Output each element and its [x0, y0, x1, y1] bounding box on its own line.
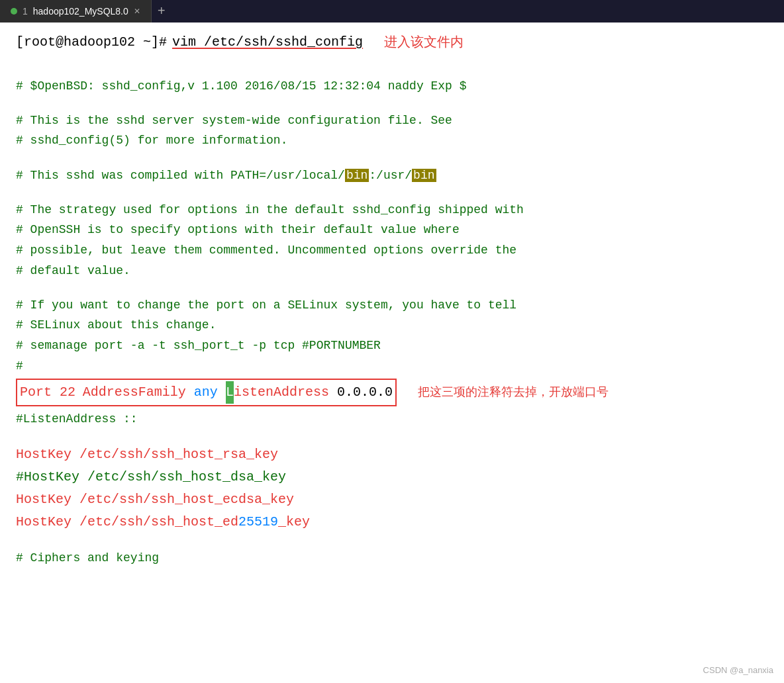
new-tab-button[interactable]: +	[152, 0, 172, 23]
bin2-highlight: bin	[412, 169, 436, 182]
addr-family-val: any	[186, 385, 218, 400]
bin1-highlight: bin	[345, 169, 369, 182]
cmd-prompt: [root@hadoop102 ~]#	[16, 34, 167, 50]
tab-title: hadoop102_MySQL8.0	[33, 6, 128, 17]
blank-line-6	[16, 430, 768, 444]
terminal-content: [root@hadoop102 ~]# vim /etc/ssh/sshd_co…	[0, 23, 784, 683]
tab-number: 1	[23, 6, 28, 17]
comment-possible: # possible, but leave them commented. Un…	[16, 240, 768, 261]
blank-line-4	[16, 185, 768, 200]
listen-cursor: L	[226, 381, 234, 404]
comment-if-you-want: # If you want to change the port on a SE…	[16, 295, 768, 316]
cmd-annotation: 进入该文件内	[384, 33, 464, 51]
code-block: # $OpenBSD: sshd_config,v 1.100 2016/08/…	[16, 62, 768, 568]
tab-close-icon[interactable]: ✕	[134, 7, 140, 16]
red-box-annotation: 把这三项的注释符去掉，开放端口号	[418, 383, 609, 403]
blank-line-7	[16, 533, 768, 548]
blank-line-1	[16, 62, 768, 76]
comment-this-is: # This is the sshd server system-wide co…	[16, 111, 768, 131]
comment-default-val: # default value.	[16, 261, 768, 281]
comment-ciphers: # Ciphers and keying	[16, 548, 768, 569]
comment-selinux: # SELinux about this change.	[16, 315, 768, 336]
comment-hash: #	[16, 356, 768, 377]
blank-line-3	[16, 151, 768, 165]
hostkey-rsa: HostKey /etc/ssh/ssh_host_rsa_key	[16, 443, 768, 466]
hostkey-dsa-comment: #HostKey /etc/ssh/ssh_host_dsa_key	[16, 466, 768, 488]
listen-line: ListenAddress 0.0.0.0	[226, 385, 393, 400]
port-line: Port 22	[20, 385, 75, 400]
comment-strategy: # The strategy used for options in the d…	[16, 200, 768, 220]
hostkey-ed25519: HostKey /etc/ssh/ssh_host_ed25519_key	[16, 511, 768, 533]
comment-listen-ipv6: #ListenAddress ::	[16, 409, 768, 430]
comment-sshd-config5: # sshd_config(5) for more information.	[16, 130, 768, 151]
tab-status-dot	[11, 8, 17, 15]
blank-line-2	[16, 96, 768, 111]
addr-family-key: AddressFamily	[83, 385, 186, 400]
command-line: [root@hadoop102 ~]# vim /etc/ssh/sshd_co…	[16, 33, 768, 51]
comment-openbsd: # $OpenBSD: sshd_config,v 1.100 2016/08/…	[16, 76, 768, 97]
addr-family-line: AddressFamily any	[83, 385, 226, 400]
watermark: CSDN @a_nanxia	[703, 665, 773, 675]
blank-line-5	[16, 281, 768, 295]
comment-semanage: # semanage port -a -t ssh_port_t -p tcp …	[16, 336, 768, 356]
hostkey-ecdsa: HostKey /etc/ssh/ssh_host_ecdsa_key	[16, 488, 768, 511]
titlebar: 1 hadoop102_MySQL8.0 ✕ +	[0, 0, 784, 23]
red-box-row: Port 22 AddressFamily any ListenAddress …	[16, 376, 768, 409]
terminal-window: 1 hadoop102_MySQL8.0 ✕ + [root@hadoop102…	[0, 0, 784, 683]
red-box-section: Port 22 AddressFamily any ListenAddress …	[16, 379, 397, 406]
comment-openssh: # OpenSSH is to specify options with the…	[16, 220, 768, 240]
comment-compiled: # This sshd was compiled with PATH=/usr/…	[16, 165, 768, 186]
active-tab[interactable]: 1 hadoop102_MySQL8.0 ✕	[0, 0, 152, 23]
cmd-vim-command: vim /etc/ssh/sshd_config	[172, 34, 363, 50]
listen-val: 0.0.0.0	[329, 385, 393, 400]
listen-key: istenAddress	[234, 385, 329, 400]
ed25519-num: 25519	[238, 514, 278, 529]
